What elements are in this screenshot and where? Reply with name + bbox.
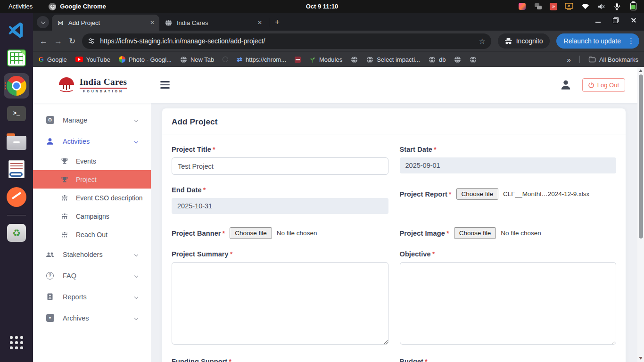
- prism-app-icon[interactable]: [518, 2, 526, 11]
- active-app-menu[interactable]: Google Chrome: [49, 3, 106, 10]
- project-report-filename: CLF__Monthl…2024-12-9.xlsx: [503, 190, 589, 197]
- objective-textarea[interactable]: [400, 262, 617, 345]
- project-image-label: Project Image*: [400, 230, 449, 237]
- bookmark-select-impact[interactable]: Select impacti...: [366, 56, 420, 63]
- field-project-image: Project Image* Choose file No file chose…: [400, 225, 617, 239]
- tab-india-cares[interactable]: India Cares ✕: [159, 15, 267, 31]
- sidebar-item-archives[interactable]: ▼ Archives: [33, 307, 151, 329]
- bookmark-unlabeled[interactable]: [223, 57, 228, 62]
- user-icon[interactable]: [560, 79, 572, 91]
- start-date-input[interactable]: [400, 157, 617, 173]
- bookmark-photos[interactable]: Photo - Googl...: [119, 56, 172, 63]
- project-report-choose-file-button[interactable]: Choose file: [456, 188, 499, 200]
- project-banner-choose-file-button[interactable]: Choose file: [230, 227, 272, 239]
- app-sidebar: ⚙ Manage Activities: [33, 103, 151, 362]
- field-project-banner: Project Banner* Choose file No file chos…: [172, 225, 388, 239]
- scroll-down-arrow[interactable]: [639, 357, 643, 360]
- screen-record-icon[interactable]: »: [550, 3, 557, 10]
- tab-close-icon[interactable]: ✕: [150, 19, 155, 26]
- project-report-label: Project Report*: [400, 190, 452, 198]
- sidebar-toggle-button[interactable]: [160, 81, 170, 89]
- dock-trash[interactable]: ♻: [4, 220, 29, 246]
- scroll-up-arrow[interactable]: [639, 69, 643, 72]
- globe-icon: [429, 56, 436, 63]
- bookmark-google[interactable]: G Google: [39, 56, 67, 63]
- sidebar-item-event-cso-description[interactable]: Event CSO description: [33, 189, 151, 207]
- activities-button[interactable]: Activities: [8, 3, 33, 10]
- project-banner-label: Project Banner*: [172, 230, 225, 237]
- sidebar-item-project[interactable]: Project: [33, 170, 151, 189]
- restore-button[interactable]: [613, 17, 619, 23]
- all-bookmarks-label: All Bookmarks: [599, 56, 638, 63]
- dock-document-viewer[interactable]: [4, 156, 29, 182]
- forward-button[interactable]: →: [54, 37, 62, 45]
- page-title: Add Project: [172, 117, 616, 127]
- tab-search-button[interactable]: [37, 16, 49, 28]
- screen-cast-icon[interactable]: [565, 2, 573, 11]
- bookmark-youtube[interactable]: YouTube: [75, 56, 110, 63]
- chevron-down-icon: [134, 139, 138, 143]
- dock-terminal[interactable]: >_: [4, 101, 29, 126]
- bookmark-new-tab[interactable]: New Tab: [180, 56, 214, 63]
- microphone-icon[interactable]: [613, 2, 621, 11]
- gear-icon: ⚙: [45, 116, 55, 124]
- chat-icon[interactable]: [534, 2, 542, 11]
- sidebar-item-events[interactable]: Events: [33, 152, 151, 170]
- page-scrollbar[interactable]: [637, 67, 644, 362]
- url-text[interactable]: https://icfnv5-staging.icfn.in/manage-se…: [100, 37, 474, 45]
- sidebar-item-campaigns[interactable]: Campaigns: [33, 207, 151, 225]
- bookmark-app[interactable]: [295, 57, 301, 63]
- project-title-input[interactable]: [172, 157, 388, 175]
- chrome-menu-icon[interactable]: ⋮: [626, 37, 636, 45]
- india-cares-logo[interactable]: India Cares Foundation: [33, 76, 151, 94]
- sidebar-item-reach-out[interactable]: Reach Out: [33, 225, 151, 244]
- bookmark-modules[interactable]: Modules: [309, 56, 342, 63]
- required-marker: *: [230, 250, 233, 258]
- sidebar-item-reports[interactable]: Reports: [33, 286, 151, 307]
- bookmark-db[interactable]: db: [429, 56, 446, 63]
- required-marker: *: [223, 230, 225, 237]
- battery-icon[interactable]: [629, 2, 637, 11]
- site-settings-icon[interactable]: [88, 37, 95, 45]
- bookmark-chrome-link[interactable]: ⇄ https://chrom...: [237, 56, 286, 63]
- tab-add-project[interactable]: ⋈ Add Project ✕: [52, 15, 159, 31]
- address-bar[interactable]: https://icfnv5-staging.icfn.in/manage-se…: [82, 33, 491, 49]
- volume-muted-icon[interactable]: [597, 2, 605, 11]
- sidebar-item-activities[interactable]: Activities: [33, 131, 151, 152]
- dock-libreoffice-calc[interactable]: [4, 45, 29, 71]
- dock-files[interactable]: [4, 129, 29, 154]
- tab-close-icon[interactable]: ✕: [257, 19, 262, 26]
- project-image-choose-file-button[interactable]: Choose file: [454, 227, 496, 239]
- funding-support-label: Funding Support*: [172, 358, 388, 362]
- relaunch-to-update-button[interactable]: Relaunch to update ⋮: [556, 33, 639, 49]
- dock-vscode[interactable]: [4, 17, 29, 43]
- back-button[interactable]: ←: [40, 37, 48, 45]
- sidebar-item-stakeholders[interactable]: Stakeholders: [33, 244, 151, 265]
- reload-button[interactable]: ↻: [69, 37, 75, 45]
- field-project-report: Project Report* Choose file CLF__Monthl……: [400, 186, 617, 200]
- add-project-card: Add Project Project Title*: [162, 108, 626, 362]
- minimize-button[interactable]: [595, 17, 601, 23]
- globe-favicon: [165, 19, 172, 26]
- new-tab-button[interactable]: +: [271, 16, 283, 28]
- bookmarks-divider: [579, 56, 580, 63]
- bookmarks-overflow-button[interactable]: »: [567, 56, 571, 64]
- dock-postman[interactable]: [4, 184, 29, 210]
- scrollbar-thumb[interactable]: [639, 74, 643, 239]
- group-icon: [45, 251, 55, 258]
- bookmark-globe[interactable]: [470, 56, 477, 63]
- dock-google-chrome[interactable]: [4, 73, 29, 99]
- project-summary-textarea[interactable]: [172, 262, 388, 345]
- bookmark-globe[interactable]: [351, 56, 358, 63]
- bookmark-globe[interactable]: [454, 56, 461, 63]
- wifi-icon[interactable]: [581, 2, 589, 11]
- system-tray: »: [518, 2, 644, 11]
- show-applications-button[interactable]: [4, 330, 29, 355]
- sidebar-item-manage[interactable]: ⚙ Manage: [33, 109, 151, 131]
- all-bookmarks-button[interactable]: All Bookmarks: [588, 56, 638, 63]
- close-button[interactable]: [631, 17, 636, 23]
- logout-button[interactable]: Log Out: [582, 78, 625, 92]
- bookmark-star-icon[interactable]: ☆: [479, 37, 485, 46]
- sidebar-item-faq[interactable]: ? FAQ: [33, 265, 151, 286]
- end-date-input[interactable]: [172, 198, 388, 214]
